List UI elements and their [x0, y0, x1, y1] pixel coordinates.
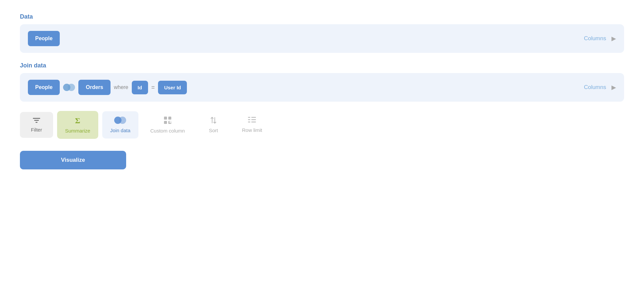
row-limit-label: Row limit: [242, 127, 262, 133]
toolbar: Filter Σ Summarize Join data: [20, 111, 624, 139]
filter-button[interactable]: Filter: [20, 112, 53, 138]
data-card: People Columns ▶: [20, 24, 624, 53]
people-button-join[interactable]: People: [28, 80, 60, 95]
svg-rect-10: [251, 117, 256, 118]
svg-rect-12: [251, 119, 256, 120]
columns-link-join[interactable]: Columns: [584, 84, 606, 91]
summarize-label: Summarize: [65, 128, 90, 134]
svg-rect-11: [248, 119, 250, 120]
visualize-button[interactable]: Visualize: [20, 151, 126, 169]
orders-button[interactable]: Orders: [78, 80, 110, 95]
svg-rect-9: [248, 117, 250, 118]
svg-rect-0: [33, 118, 40, 119]
joindata-button[interactable]: Join data: [102, 111, 138, 139]
svg-rect-13: [248, 122, 250, 123]
people-button-data[interactable]: People: [28, 31, 60, 46]
filter-icon: [33, 117, 40, 124]
id-field-button[interactable]: Id: [132, 81, 148, 94]
svg-rect-4: [168, 117, 171, 120]
sort-label: Sort: [209, 128, 218, 133]
join-data-card: People Orders where Id = User Id Columns…: [20, 73, 624, 102]
svg-rect-14: [251, 122, 256, 123]
joindata-toggle-icon: [114, 117, 126, 125]
arrow-icon-join[interactable]: ▶: [611, 84, 616, 91]
toggle-circle-right: [68, 84, 75, 91]
join-data-section-label: Join data: [20, 62, 624, 69]
joindata-icon-right: [119, 117, 126, 124]
data-section-label: Data: [20, 13, 624, 20]
user-id-field-button[interactable]: User Id: [158, 81, 187, 94]
svg-rect-1: [34, 120, 39, 121]
sort-icon: [210, 117, 217, 125]
sigma-icon: Σ: [75, 116, 80, 125]
svg-rect-6: [168, 121, 171, 124]
filter-label: Filter: [31, 127, 42, 133]
summarize-button[interactable]: Σ Summarize: [57, 111, 98, 139]
join-row: People Orders where Id = User Id: [28, 80, 584, 95]
arrow-icon-data[interactable]: ▶: [611, 35, 616, 42]
custom-column-icon: [164, 116, 172, 125]
svg-rect-3: [164, 117, 167, 120]
sort-button[interactable]: Sort: [197, 111, 230, 139]
joindata-label: Join data: [110, 128, 130, 133]
equals-sign: =: [151, 84, 155, 91]
svg-rect-2: [36, 122, 38, 123]
svg-rect-8: [169, 122, 172, 122]
join-toggle-icon[interactable]: [63, 84, 75, 91]
row-limit-icon: [248, 117, 256, 125]
where-text: where: [114, 84, 128, 90]
custom-column-button[interactable]: Custom column: [142, 111, 193, 139]
svg-rect-5: [164, 121, 167, 124]
row-limit-button[interactable]: Row limit: [234, 112, 270, 138]
columns-link-data[interactable]: Columns: [584, 35, 606, 42]
custom-column-label: Custom column: [150, 128, 185, 134]
